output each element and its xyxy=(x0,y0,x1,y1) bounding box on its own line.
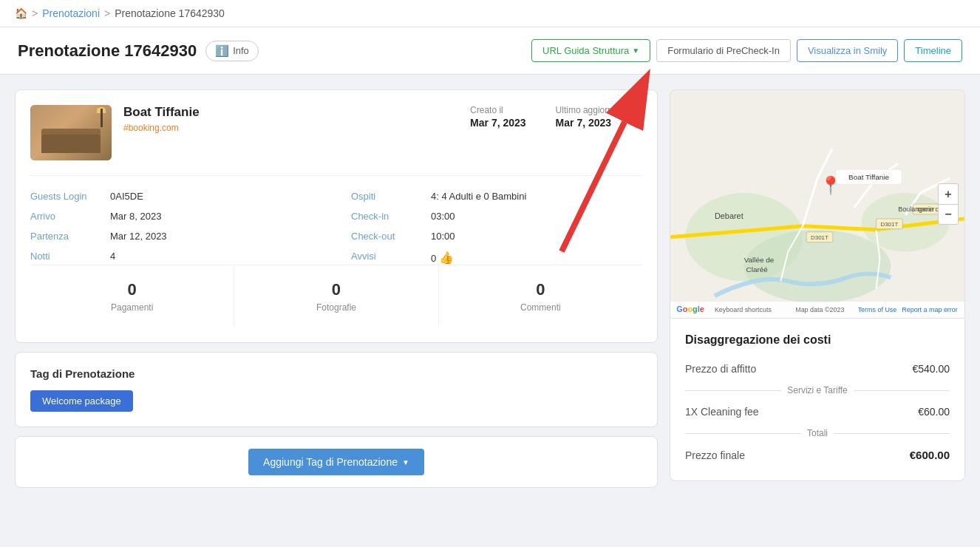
avvisi-row: Avvisi 0 👍 xyxy=(351,251,642,265)
precheck-button[interactable]: Formulario di PreCheck-In xyxy=(656,39,791,62)
property-name: Boat Tiffanie xyxy=(123,105,458,120)
home-icon[interactable]: 🏠 xyxy=(15,7,27,19)
thumbs-up-icon: 👍 xyxy=(439,251,454,264)
cost-title: Disaggregazione dei costi xyxy=(685,333,950,347)
info-badge-button[interactable]: ℹ️ Info xyxy=(205,41,259,61)
svg-text:Map data ©2023: Map data ©2023 xyxy=(795,306,844,313)
arrivo-row: Arrivo Mar 8, 2023 xyxy=(30,211,321,222)
add-tag-button[interactable]: Aggiungi Tag di Prenotazione ▼ xyxy=(248,449,424,475)
breadcrumb-prenotazioni[interactable]: Prenotazioni xyxy=(42,7,100,19)
timeline-button[interactable]: Timeline xyxy=(904,39,962,62)
page-title: Prenotazione 17642930 xyxy=(18,41,197,61)
ospiti-row: Ospiti 4: 4 Adulti e 0 Bambini xyxy=(351,191,642,202)
notti-row: Notti 4 xyxy=(30,251,321,265)
stat-pagamenti[interactable]: 0 Pagamenti xyxy=(30,265,234,327)
info-circle-icon: ℹ️ xyxy=(215,44,229,58)
tags-card: Tag di Prenotazione Welcome package xyxy=(15,352,658,427)
tags-title: Tag di Prenotazione xyxy=(30,367,642,380)
property-image xyxy=(30,105,112,160)
svg-text:Claréé: Claréé xyxy=(746,265,769,274)
add-tag-chevron-icon: ▼ xyxy=(402,458,409,466)
breadcrumb: 🏠 > Prenotazioni > Prenotazione 17642930 xyxy=(0,0,980,27)
svg-text:Vallée de: Vallée de xyxy=(744,256,775,264)
servizi-divider: Servizi e Tariffe xyxy=(685,385,950,395)
stat-commenti[interactable]: 0 Commenti xyxy=(439,265,642,327)
checkin-row: Check-in 03:00 xyxy=(351,211,642,222)
property-source: #booking.com xyxy=(123,123,458,133)
affitto-row: Prezzo di affitto €540.00 xyxy=(685,359,950,379)
info-badge-label: Info xyxy=(233,45,249,56)
add-tag-card: Aggiungi Tag di Prenotazione ▼ xyxy=(15,436,658,488)
breadcrumb-sep: > xyxy=(32,7,38,19)
map-svg: D301T D301T D301T Debaret Vallée de Clar… xyxy=(670,90,964,318)
finale-row: Prezzo finale €600.00 xyxy=(685,444,950,466)
svg-text:Report a map error: Report a map error xyxy=(902,306,958,313)
svg-text:D301T: D301T xyxy=(880,221,898,228)
cleaning-row: 1X Cleaning fee €60.00 xyxy=(685,401,950,422)
svg-text:D301T: D301T xyxy=(811,234,828,241)
booking-info-card: Boat Tiffanie #booking.com Creato il Mar… xyxy=(15,89,658,343)
checkout-row: Check-out 10:00 xyxy=(351,231,642,242)
map-zoom-out-button[interactable]: − xyxy=(938,204,959,225)
created-date: Creato il Mar 7, 2023 xyxy=(470,105,526,129)
main-layout: Boat Tiffanie #booking.com Creato il Mar… xyxy=(0,75,980,503)
url-guida-button[interactable]: URL Guida Struttura ▼ xyxy=(531,39,650,62)
map-background: D301T D301T D301T Debaret Vallée de Clar… xyxy=(670,90,964,318)
property-row: Boat Tiffanie #booking.com Creato il Mar… xyxy=(30,105,642,176)
breadcrumb-sep2: > xyxy=(104,7,110,19)
guests-login-row: Guests Login 0AI5DE xyxy=(30,191,321,202)
header-actions: URL Guida Struttura ▼ Formulario di PreC… xyxy=(531,39,962,62)
svg-text:Debaret: Debaret xyxy=(715,211,743,220)
dates-row: Creato il Mar 7, 2023 Ultimo aggiornamen… xyxy=(470,105,642,129)
map-card[interactable]: D301T D301T D301T Debaret Vallée de Clar… xyxy=(670,89,965,319)
welcome-package-tag[interactable]: Welcome package xyxy=(30,390,133,412)
map-controls: + − xyxy=(938,183,959,225)
stat-fotografie[interactable]: 0 Fotografie xyxy=(234,265,438,327)
updated-date: Ultimo aggiornamento Mar 7, 2023 xyxy=(556,105,642,129)
totali-divider: Totali xyxy=(685,428,950,438)
property-details: Boat Tiffanie #booking.com xyxy=(123,105,458,133)
stats-row: 0 Pagamenti 0 Fotografie 0 Commenti xyxy=(30,265,642,327)
svg-text:Google: Google xyxy=(676,305,704,313)
breadcrumb-current: Prenotazione 17642930 xyxy=(115,7,225,19)
map-zoom-in-button[interactable]: + xyxy=(938,183,959,204)
svg-text:Terms of Use: Terms of Use xyxy=(858,306,897,313)
svg-text:Keyboard shortcuts: Keyboard shortcuts xyxy=(715,306,772,313)
svg-text:Boat Tiffanie: Boat Tiffanie xyxy=(848,173,889,181)
page-header: Prenotazione 17642930 ℹ️ Info URL Guida … xyxy=(0,27,980,75)
partenza-row: Partenza Mar 12, 2023 xyxy=(30,231,321,242)
right-column: D301T D301T D301T Debaret Vallée de Clar… xyxy=(670,89,965,488)
chevron-down-icon: ▼ xyxy=(632,47,639,55)
left-column: Boat Tiffanie #booking.com Creato il Mar… xyxy=(15,89,658,488)
smily-button[interactable]: Visualizza in Smily xyxy=(797,39,898,62)
details-grid: Guests Login 0AI5DE Ospiti 4: 4 Adulti e… xyxy=(30,191,642,265)
cost-breakdown-card: Disaggregazione dei costi Prezzo di affi… xyxy=(670,319,965,481)
title-area: Prenotazione 17642930 ℹ️ Info xyxy=(18,41,259,61)
